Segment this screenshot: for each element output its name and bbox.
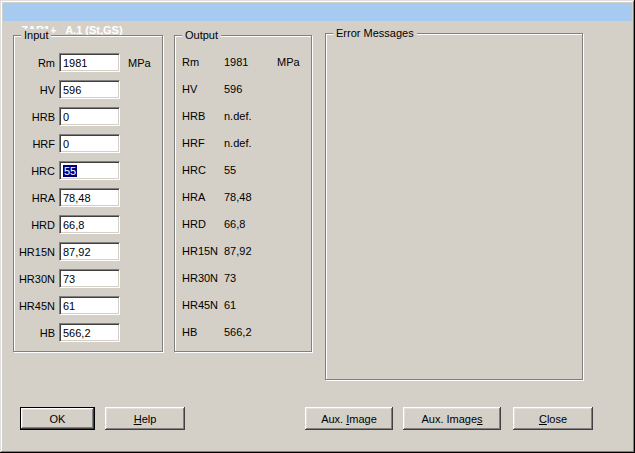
input-row-hr15n: HR15N 87,92: [14, 242, 162, 261]
input-groupbox: Input Rm 1981 MPa HV 596 HRB 0 HRF 0 HRC…: [13, 35, 163, 352]
hr15n-label: HR15N: [14, 246, 55, 258]
hr45n-label: HR45N: [14, 300, 55, 312]
hb-label: HB: [14, 327, 55, 339]
output-row-hv: HV 596: [175, 80, 311, 99]
input-row-hb: HB 566,2: [14, 323, 162, 342]
hrc-label: HRC: [14, 165, 55, 177]
hv-input[interactable]: 596: [59, 80, 120, 99]
hr15n-output-value: 87,92: [224, 242, 252, 261]
output-row-hrb: HRB n.def.: [175, 107, 311, 126]
error-messages-group-label: Error Messages: [333, 27, 417, 40]
hb-output-value: 566,2: [224, 323, 252, 342]
hrc-selected-text: 55: [63, 165, 77, 177]
input-row-hrf: HRF 0: [14, 134, 162, 153]
output-row-hrc: HRC 55: [175, 161, 311, 180]
output-groupbox: Output Rm 1981 MPa HV 596 HRB n.def. HRF…: [174, 35, 312, 352]
hrf-input[interactable]: 0: [59, 134, 120, 153]
hr45n-input[interactable]: 61: [59, 296, 120, 315]
rm-output-unit: MPa: [277, 53, 300, 72]
hr45n-output-value: 61: [224, 296, 236, 315]
dialog-window: ZAR1+ A.1 (St,GS) Input Rm 1981 MPa HV 5…: [0, 0, 635, 453]
hr30n-output-value: 73: [224, 269, 236, 288]
output-group-label: Output: [182, 29, 221, 42]
output-row-hr45n: HR45N 61: [175, 296, 311, 315]
title-bar[interactable]: ZAR1+ A.1 (St,GS): [3, 3, 632, 21]
input-row-hrb: HRB 0: [14, 107, 162, 126]
input-row-hr45n: HR45N 61: [14, 296, 162, 315]
hrb-output-value: n.def.: [224, 107, 252, 126]
help-button[interactable]: Help: [105, 407, 185, 430]
rm-unit-label: MPa: [128, 57, 151, 69]
hrf-output-value: n.def.: [224, 134, 252, 153]
hrc-output-value: 55: [224, 161, 236, 180]
output-row-rm: Rm 1981 MPa: [175, 53, 311, 72]
output-row-hrd: HRD 66,8: [175, 215, 311, 234]
hrb-input[interactable]: 0: [59, 107, 120, 126]
output-row-hr15n: HR15N 87,92: [175, 242, 311, 261]
rm-input[interactable]: 1981: [59, 53, 120, 72]
hrf-label: HRF: [14, 138, 55, 150]
hrc-input[interactable]: 55: [59, 161, 120, 180]
hrd-input[interactable]: 66,8: [59, 215, 120, 234]
hra-label: HRA: [14, 192, 55, 204]
hr15n-input[interactable]: 87,92: [59, 242, 120, 261]
input-row-hrd: HRD 66,8: [14, 215, 162, 234]
input-group-label: Input: [21, 29, 51, 42]
aux-image-button[interactable]: Aux. Image: [305, 407, 393, 430]
input-row-rm: Rm 1981 MPa: [14, 53, 162, 72]
hra-output-value: 78,48: [224, 188, 252, 207]
output-row-hrf: HRF n.def.: [175, 134, 311, 153]
error-messages-groupbox: Error Messages: [325, 33, 583, 380]
output-row-hb: HB 566,2: [175, 323, 311, 342]
rm-label: Rm: [14, 57, 55, 69]
input-row-hra: HRA 78,48: [14, 188, 162, 207]
aux-images-button[interactable]: Aux. Images: [403, 407, 501, 430]
hr30n-label: HR30N: [14, 273, 55, 285]
hrd-output-value: 66,8: [224, 215, 245, 234]
rm-output-value: 1981: [224, 53, 248, 72]
hv-output-value: 596: [224, 80, 242, 99]
hv-label: HV: [14, 84, 55, 96]
ok-button[interactable]: OK: [20, 407, 95, 430]
input-row-hv: HV 596: [14, 80, 162, 99]
hr30n-input[interactable]: 73: [59, 269, 120, 288]
input-row-hrc: HRC 55: [14, 161, 162, 180]
close-button[interactable]: Close: [513, 407, 593, 430]
hrb-label: HRB: [14, 111, 55, 123]
output-row-hr30n: HR30N 73: [175, 269, 311, 288]
hb-input[interactable]: 566,2: [59, 323, 120, 342]
output-row-hra: HRA 78,48: [175, 188, 311, 207]
input-row-hr30n: HR30N 73: [14, 269, 162, 288]
hrd-label: HRD: [14, 219, 55, 231]
hra-input[interactable]: 78,48: [59, 188, 120, 207]
